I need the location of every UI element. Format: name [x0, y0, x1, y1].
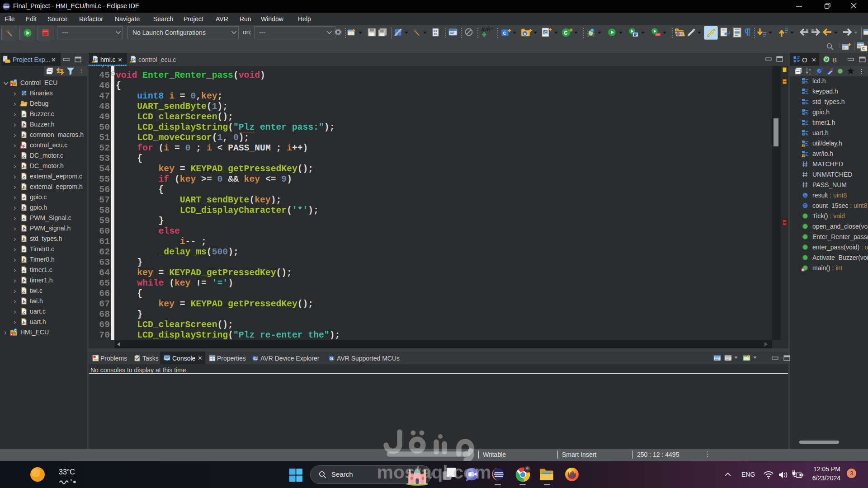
svg-text:10: 10	[434, 33, 437, 36]
svg-text:01: 01	[254, 357, 257, 360]
svg-text:01: 01	[330, 357, 334, 360]
svg-text:C: C	[564, 30, 568, 37]
svg-text:C: C	[544, 31, 547, 35]
svg-text:+: +	[491, 26, 493, 31]
svg-text:z: z	[809, 71, 811, 75]
svg-text:01: 01	[434, 29, 437, 33]
svg-text:C: C	[503, 31, 506, 36]
svg-text:a: a	[809, 67, 811, 71]
svg-text:C: C	[862, 47, 865, 52]
svg-text:AVR: AVR	[481, 27, 491, 32]
svg-text:c: c	[524, 32, 526, 37]
